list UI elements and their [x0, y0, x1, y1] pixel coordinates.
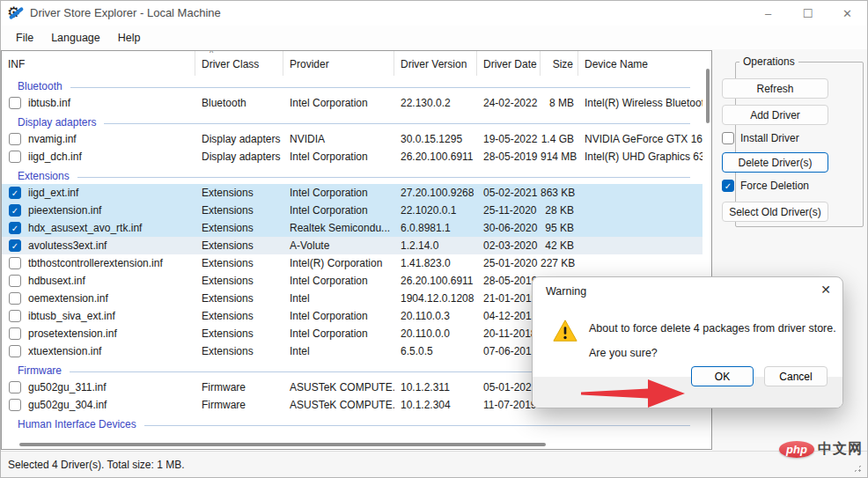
refresh-button[interactable]: Refresh: [722, 78, 828, 99]
group-divider-line: [77, 177, 690, 178]
resize-grip-icon[interactable]: [853, 464, 862, 473]
install-driver-checkbox-row[interactable]: Install Driver: [722, 131, 799, 145]
cell-size: 95 KB: [541, 222, 578, 234]
row-checkbox[interactable]: [9, 257, 21, 269]
cell-version: 27.20.100.9268: [394, 187, 477, 199]
cell-date: 30-06-2020: [477, 222, 541, 234]
install-driver-checkbox[interactable]: [722, 132, 734, 144]
dialog-close-icon[interactable]: ✕: [820, 283, 831, 297]
inf-filename: prosetextension.inf: [28, 327, 117, 340]
row-checkbox[interactable]: ✓: [9, 187, 21, 199]
table-row[interactable]: ✓hdx_asusext_avo_rtk.infExtensionsRealte…: [2, 219, 702, 237]
cell-cls: Extensions: [195, 187, 283, 199]
cell-cls: Bluetooth: [195, 97, 283, 109]
cell-cls: Extensions: [195, 257, 283, 269]
row-checkbox[interactable]: [9, 310, 21, 322]
row-checkbox[interactable]: [9, 345, 21, 357]
cell-cls: Extensions: [195, 204, 283, 217]
group-label: Extensions: [18, 170, 70, 182]
row-checkbox[interactable]: ✓: [9, 239, 21, 252]
cancel-button[interactable]: Cancel: [764, 366, 828, 386]
close-button[interactable]: ✕: [828, 1, 867, 26]
warning-triangle-icon: [552, 318, 578, 344]
force-deletion-checkbox[interactable]: ✓: [722, 180, 734, 192]
cell-version: 1.41.823.0: [394, 257, 477, 269]
force-deletion-checkbox-row[interactable]: ✓ Force Deletion: [722, 179, 809, 193]
group-divider-line: [70, 87, 690, 88]
row-checkbox[interactable]: [9, 292, 21, 305]
cell-version: 6.0.8981.1: [394, 222, 477, 234]
inf-filename: tbthostcontrollerextension.inf: [28, 257, 163, 269]
cell-inf: gu502gu_304.inf: [2, 399, 195, 411]
row-checkbox[interactable]: [9, 381, 21, 393]
delete-drivers-button[interactable]: Delete Driver(s): [722, 152, 828, 173]
row-checkbox[interactable]: [9, 97, 21, 109]
table-row[interactable]: ✓pieextension.infExtensionsIntel Corpora…: [2, 202, 702, 219]
column-header-size[interactable]: Size: [541, 51, 578, 76]
vertical-scrollbar[interactable]: [706, 69, 710, 123]
cell-date: 05-02-2021: [477, 187, 541, 199]
horizontal-scrollbar[interactable]: [19, 443, 546, 446]
sort-ascending-icon: ^: [210, 51, 213, 57]
cell-inf: ibtusb.inf: [2, 97, 195, 109]
maximize-button[interactable]: ☐: [788, 1, 828, 26]
title-bar: ⚙ Driver Store Explorer - Local Machine …: [1, 1, 867, 26]
column-header-driver-class[interactable]: ^Driver Class: [195, 51, 283, 76]
cell-version: 30.0.15.1295: [394, 133, 477, 145]
table-row[interactable]: iigd_dch.infDisplay adaptersIntel Corpor…: [2, 148, 702, 165]
cell-provider: Intel Corporation: [283, 327, 394, 340]
row-checkbox[interactable]: [9, 327, 21, 340]
group-header: Human Interface Devices: [2, 414, 702, 432]
cell-cls: Display adapters: [195, 133, 283, 145]
cell-inf: nvamig.inf: [2, 133, 195, 145]
force-deletion-label: Force Deletion: [740, 180, 809, 192]
row-checkbox[interactable]: [9, 275, 21, 287]
table-row[interactable]: ✓avolutess3ext.infExtensionsA-Volute1.2.…: [2, 237, 702, 254]
inf-filename: gu502gu_311.inf: [28, 381, 107, 393]
table-row[interactable]: tbthostcontrollerextension.infExtensions…: [2, 254, 702, 272]
select-old-drivers-button[interactable]: Select Old Driver(s): [722, 202, 828, 222]
row-checkbox[interactable]: ✓: [9, 204, 21, 217]
cell-cls: Extensions: [195, 327, 283, 340]
menu-help[interactable]: Help: [109, 27, 150, 48]
cell-device: Intel(R) Wireless Bluetooth(R): [578, 97, 702, 109]
php-logo: php: [779, 441, 814, 458]
cell-provider: Intel: [283, 345, 394, 357]
cell-version: 20.110.0.3: [394, 310, 477, 322]
column-header-device-name[interactable]: Device Name: [578, 51, 711, 76]
row-checkbox[interactable]: [9, 399, 21, 411]
table-row[interactable]: ibtusb.infBluetoothIntel Corporation22.1…: [2, 94, 702, 112]
add-driver-button[interactable]: Add Driver: [722, 105, 828, 125]
menu-language[interactable]: Language: [42, 27, 109, 48]
watermark-text: 中文网: [818, 440, 863, 459]
cell-provider: Realtek Semicondu...: [283, 222, 394, 234]
cell-size: 914 MB: [541, 151, 578, 163]
menu-file[interactable]: File: [7, 27, 42, 48]
app-icon: ⚙: [7, 4, 25, 22]
window-title: Driver Store Explorer - Local Machine: [30, 6, 221, 19]
column-header-driver-date[interactable]: Driver Date: [477, 51, 541, 76]
cell-version: 1.2.14.0: [394, 239, 477, 252]
column-header-driver-version[interactable]: Driver Version: [394, 51, 477, 76]
cell-provider: Intel Corporation: [283, 187, 394, 199]
row-checkbox[interactable]: [9, 151, 21, 163]
dialog-message-line2: Are you sure?: [589, 347, 658, 359]
cell-inf: hdbusext.inf: [2, 275, 195, 287]
column-header-provider[interactable]: Provider: [283, 51, 394, 76]
cell-provider: A-Volute: [283, 239, 394, 252]
group-label: Human Interface Devices: [18, 418, 136, 430]
cell-provider: Intel Corporation: [283, 310, 394, 322]
minimize-button[interactable]: –: [748, 1, 788, 26]
row-checkbox[interactable]: ✓: [9, 222, 21, 234]
cell-inf: ✓pieextension.inf: [2, 204, 195, 217]
inf-filename: iigd_ext.inf: [28, 187, 78, 199]
cell-device: NVIDIA GeForce GTX 1660 Ti: [578, 133, 702, 145]
table-row[interactable]: nvamig.infDisplay adaptersNVIDIA30.0.15.…: [2, 130, 702, 148]
cell-version: 1904.12.0.1208: [394, 292, 477, 305]
column-header-inf[interactable]: INF: [2, 51, 195, 76]
table-row[interactable]: ✓iigd_ext.infExtensionsIntel Corporation…: [2, 184, 702, 202]
ok-button[interactable]: OK: [691, 366, 754, 386]
row-checkbox[interactable]: [9, 133, 21, 145]
cell-provider: Intel: [283, 292, 394, 305]
cell-inf: xtuextension.inf: [2, 345, 195, 357]
